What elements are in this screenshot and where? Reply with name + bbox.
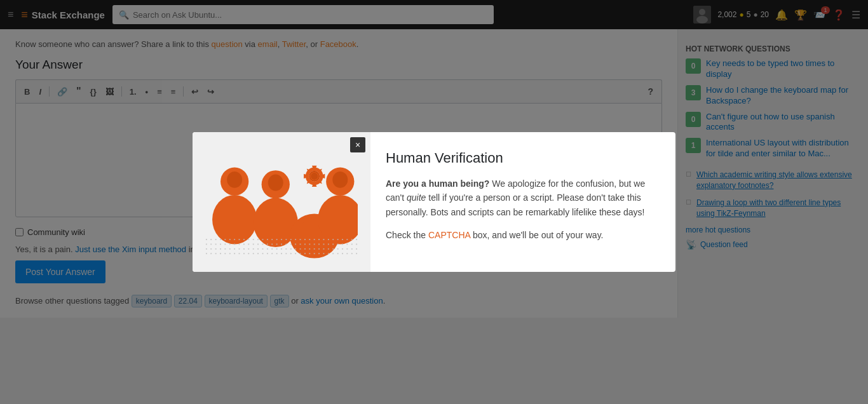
modal-content: Human Verification Are you a human being… — [370, 132, 675, 272]
svg-rect-18 — [205, 237, 358, 255]
svg-point-4 — [227, 172, 242, 188]
captcha-link[interactable]: CAPTCHA — [428, 230, 470, 240]
modal-body-paragraph-1: Are you a human being? We apologize for … — [386, 177, 658, 219]
modal-body-paragraph-2: Check the CAPTCHA box, and we'll be out … — [386, 228, 658, 242]
modal-bold-text: Are you a human being? — [386, 178, 489, 189]
svg-point-12 — [311, 173, 318, 180]
modal-illustration — [205, 145, 358, 259]
modal-illustration-panel: × — [193, 132, 370, 272]
svg-point-7 — [268, 175, 283, 191]
modal-title: Human Verification — [386, 150, 658, 166]
svg-point-15 — [332, 172, 348, 188]
human-verification-modal: × Human Verification Are you a human bei… — [193, 132, 675, 272]
modal-close-button[interactable]: × — [350, 137, 365, 152]
modal-overlay[interactable]: × Human Verification Are you a human bei… — [0, 0, 868, 318]
modal-italic-text: quite — [407, 192, 426, 203]
svg-point-5 — [212, 195, 257, 245]
